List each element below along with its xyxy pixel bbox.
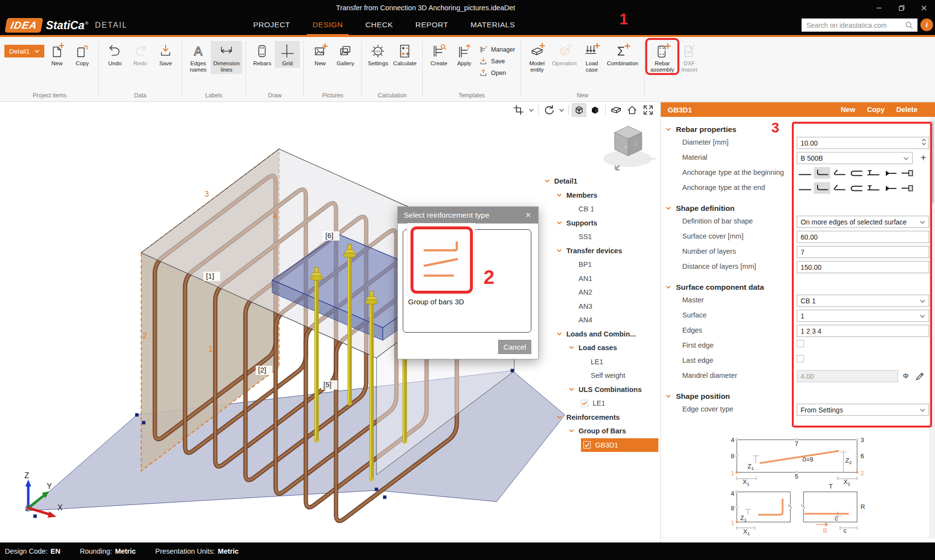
rebars-button[interactable]: Rebars	[249, 41, 275, 68]
section-shape-position[interactable]: Shape position	[661, 391, 935, 402]
definition-of-bar-shape-select[interactable]: On more edges of selected surface	[797, 216, 929, 228]
load-case-button[interactable]: Loadcase	[579, 41, 604, 74]
chevron-down-icon[interactable]	[557, 332, 566, 336]
apply-button[interactable]: Apply	[451, 41, 477, 68]
tree-item-cb-1[interactable]: CB 1	[569, 202, 658, 216]
tree-item-members[interactable]: Members	[557, 188, 658, 203]
tree-item-bp1[interactable]: BP1	[569, 258, 658, 272]
restore-button[interactable]	[890, 0, 913, 16]
menu-item-project[interactable]: PROJECT	[253, 16, 290, 35]
chevron-down-icon[interactable]	[527, 103, 535, 117]
tree-item-le1[interactable]: LE1	[581, 396, 658, 411]
head-bar-anchorage-icon[interactable]	[865, 182, 881, 194]
section-shape-definition[interactable]: Shape definition	[661, 203, 935, 214]
head-cone-anchorage-icon[interactable]	[882, 167, 898, 179]
undo-button[interactable]: Undo	[102, 41, 128, 68]
tree-item-le1[interactable]: LE1	[581, 355, 658, 369]
hook-90-anchorage-icon[interactable]	[814, 167, 830, 179]
dialog-close-icon[interactable]: ✕	[524, 211, 532, 220]
dialog-title-bar[interactable]: Select reinforcement type ✕	[398, 207, 538, 224]
menu-item-materials[interactable]: MATERIALS	[470, 16, 515, 35]
tree-item-transfer-devices[interactable]: Transfer devices	[557, 244, 658, 258]
copy-rebar-button[interactable]: Copy	[867, 106, 884, 113]
first-edge-checkbox[interactable]	[797, 340, 804, 347]
scrollbar-thumb[interactable]	[930, 121, 934, 204]
chevron-down-icon[interactable]	[569, 388, 579, 392]
tree-item-uls-combinations[interactable]: ULS Combinations	[569, 383, 658, 397]
tree-item-an3[interactable]: AN3	[569, 299, 658, 314]
tree-item-self-weight[interactable]: Self weight	[581, 369, 658, 383]
info-button[interactable]: i	[920, 19, 933, 31]
chevron-down-icon[interactable]	[558, 103, 565, 117]
chevron-down-icon[interactable]	[557, 415, 566, 419]
master-select[interactable]: CB 1	[797, 295, 929, 307]
delete-rebar-button[interactable]: Delete	[896, 106, 917, 113]
hook-180-anchorage-icon[interactable]	[848, 167, 864, 179]
number-of-layers-input[interactable]: 7	[797, 246, 929, 258]
minimize-button[interactable]	[868, 0, 890, 16]
hook-135-anchorage-icon[interactable]	[831, 182, 847, 194]
home-button[interactable]	[625, 103, 639, 117]
chevron-down-icon[interactable]	[557, 249, 566, 253]
section-surface-component-data[interactable]: Surface component data	[661, 281, 935, 293]
distance-of-layers-mm-input[interactable]: 150.00	[797, 261, 929, 273]
head-plate-anchorage-icon[interactable]	[899, 182, 916, 194]
new-rebar-button[interactable]: New	[841, 106, 855, 113]
rotate-3d-button[interactable]	[542, 103, 556, 117]
chevron-down-icon[interactable]	[544, 179, 554, 183]
rebar-assembly-button[interactable]: Rebarassembly	[648, 41, 677, 74]
tree-item-an2[interactable]: AN2	[569, 285, 658, 299]
copy-button[interactable]: Copy	[70, 41, 95, 68]
material-select[interactable]: B 500B	[797, 152, 913, 164]
hook-180-anchorage-icon[interactable]	[848, 182, 864, 194]
tree-checkbox[interactable]	[583, 441, 591, 448]
tree-item-an1[interactable]: AN1	[569, 272, 658, 286]
section-rebar-properties[interactable]: Rebar properties	[661, 124, 935, 135]
tree-item-gb3d1[interactable]: GB3D1	[581, 438, 658, 452]
grid-button[interactable]: Grid	[275, 41, 300, 68]
hook-135-anchorage-icon[interactable]	[831, 167, 847, 179]
open-button[interactable]: Open	[479, 68, 515, 77]
tree-item-load-cases[interactable]: Load cases	[569, 341, 658, 355]
new-button[interactable]: New	[44, 41, 70, 68]
surface-cover-mm-input[interactable]: 60.00	[797, 231, 929, 243]
crop-tool-button[interactable]	[511, 103, 526, 117]
cancel-button[interactable]: Cancel	[498, 340, 531, 354]
model-entity-button[interactable]: Modelentity	[524, 41, 550, 74]
head-plate-anchorage-icon[interactable]	[899, 167, 916, 179]
tree-item-reinforcements[interactable]: Reinforcements	[557, 411, 658, 425]
chevron-down-icon[interactable]	[569, 346, 579, 350]
pencil-icon[interactable]	[916, 370, 926, 380]
tree-item-ss1[interactable]: SS1	[569, 230, 658, 244]
expand-button[interactable]	[641, 103, 655, 117]
tree-item-an4[interactable]: AN4	[569, 313, 658, 327]
properties-scrollbar[interactable]	[929, 117, 935, 539]
search-box[interactable]	[802, 19, 917, 32]
new-button[interactable]: New	[307, 41, 333, 68]
chevron-down-icon[interactable]	[569, 429, 579, 433]
create-button[interactable]: Create	[426, 41, 451, 68]
combination-button[interactable]: ΣCombination	[604, 41, 641, 68]
edges-input[interactable]: 1 2 3 4	[797, 325, 929, 337]
tree-item-detail1[interactable]: Detail1	[544, 174, 658, 188]
last-edge-checkbox[interactable]	[797, 355, 804, 362]
menu-item-check[interactable]: CHECK	[365, 16, 393, 35]
head-bar-anchorage-icon[interactable]	[865, 167, 881, 179]
hook-90-anchorage-icon[interactable]	[814, 182, 830, 194]
navigation-cube[interactable]: Y )	[600, 121, 656, 172]
solid-cube-button[interactable]	[588, 103, 602, 117]
wire-cube-button[interactable]	[572, 103, 586, 117]
menu-item-report[interactable]: REPORT	[415, 16, 448, 35]
chevron-down-icon[interactable]	[557, 193, 566, 197]
project-selector[interactable]: Detail1	[4, 45, 44, 57]
calculate-button[interactable]: Calculate	[391, 41, 419, 68]
head-cone-anchorage-icon[interactable]	[882, 182, 898, 194]
edge-cover-type-select[interactable]: From Settings	[797, 404, 929, 416]
tree-item-supports[interactable]: Supports	[557, 216, 658, 230]
tree-item-group-of-bars[interactable]: Group of Bars	[569, 424, 658, 438]
diameter-mm-input[interactable]: 10.00	[797, 137, 929, 149]
manager-button[interactable]: Manager	[479, 45, 515, 54]
group-of-bars-3d-tile[interactable]	[407, 223, 475, 295]
close-button[interactable]	[913, 0, 935, 16]
surface-select[interactable]: 1	[797, 310, 929, 322]
